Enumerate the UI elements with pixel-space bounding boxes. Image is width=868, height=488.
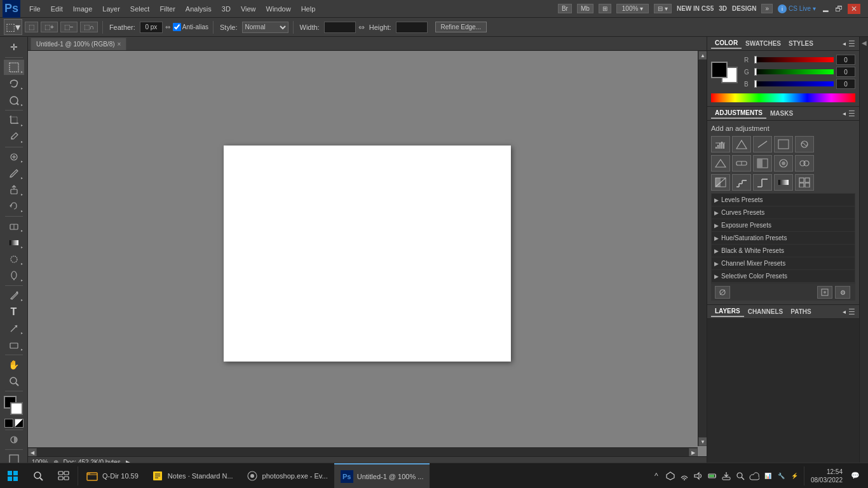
scroll-right-btn[interactable]: ▶ xyxy=(689,448,698,456)
adj-settings-btn[interactable]: ⚙ xyxy=(835,286,850,299)
swap-colors-btn[interactable] xyxy=(15,419,24,428)
dodge-tool-btn[interactable]: ▸ xyxy=(4,268,24,283)
bw-adj-btn[interactable] xyxy=(753,155,772,172)
r-value-input[interactable] xyxy=(836,55,855,65)
menu-window[interactable]: Window xyxy=(261,4,296,14)
zoom-display[interactable]: 100% ▾ xyxy=(616,4,649,13)
selective-color-adj-btn[interactable] xyxy=(795,174,814,191)
taskbar-search-btn[interactable] xyxy=(25,463,51,489)
anti-alias-check[interactable]: Anti-alias xyxy=(173,23,208,31)
tab-close-btn[interactable]: × xyxy=(118,41,121,48)
cs-live-btn[interactable]: i CS Live▾ xyxy=(778,4,816,13)
horizontal-scrollbar[interactable]: ◀ ▶ xyxy=(28,447,698,456)
color-balance-adj-btn[interactable] xyxy=(732,155,751,172)
menu-layer[interactable]: Layer xyxy=(97,4,125,14)
taskbar-start-btn[interactable] xyxy=(0,463,25,489)
default-colors-btn[interactable] xyxy=(4,419,13,428)
posterize-adj-btn[interactable] xyxy=(732,174,751,191)
menu-image[interactable]: Image xyxy=(68,4,98,14)
preset-levels[interactable]: ▶ Levels Presets xyxy=(712,194,855,207)
fg-color-swatch[interactable] xyxy=(711,62,728,78)
eraser-tool-btn[interactable]: ▸ xyxy=(4,219,24,234)
b-value-input[interactable] xyxy=(836,79,855,89)
preset-selective-color[interactable]: ▶ Selective Color Presets xyxy=(712,270,855,283)
r-slider[interactable] xyxy=(754,57,834,62)
arrange-icon[interactable]: ⊟ ▾ xyxy=(654,4,672,13)
lasso-tool-btn[interactable]: ▸ xyxy=(4,76,24,92)
threshold-adj-btn[interactable] xyxy=(753,174,772,191)
workspace-icon[interactable]: ⊞ xyxy=(599,4,611,13)
quick-mask-btn[interactable] xyxy=(4,431,24,447)
menu-filter[interactable]: Filter xyxy=(154,4,180,14)
brush-tool-btn[interactable]: ▸ xyxy=(4,165,24,181)
color-tab[interactable]: COLOR xyxy=(711,38,742,49)
crop-tool-btn[interactable]: ▸ xyxy=(4,112,24,128)
tray-network-icon[interactable] xyxy=(678,470,691,482)
taskbar-notes-btn[interactable]: Notes · Standard N... xyxy=(145,463,240,489)
tray-icon3[interactable]: ⚡ xyxy=(789,470,801,482)
clone-tool-btn[interactable]: ▸ xyxy=(4,182,24,198)
gradient-map-adj-btn[interactable] xyxy=(774,174,793,191)
swap-icon[interactable]: ⇔ xyxy=(358,23,365,32)
subtract-selection-btn[interactable]: ⬚− xyxy=(60,22,78,32)
tray-icon2[interactable]: 🔧 xyxy=(775,470,788,482)
g-thumb[interactable] xyxy=(754,68,757,76)
mini-bridge-icon[interactable]: Mb xyxy=(577,4,593,13)
vibrance-adj-btn[interactable] xyxy=(795,136,814,152)
feather-input[interactable] xyxy=(140,22,163,33)
text-tool-btn[interactable]: T xyxy=(4,304,24,320)
adj-view-prev-btn[interactable] xyxy=(817,286,832,299)
scroll-up-btn[interactable]: ▲ xyxy=(698,51,707,60)
eyedropper-tool-btn[interactable]: ▸ xyxy=(4,129,24,145)
heal-tool-btn[interactable]: ▸ xyxy=(4,149,24,165)
gradient-tool-btn[interactable]: ▸ xyxy=(4,234,24,250)
panel-expand-btn[interactable]: ◀ xyxy=(859,37,868,468)
menu-analysis[interactable]: Analysis xyxy=(180,4,217,14)
minimize-btn[interactable]: 🗕 xyxy=(821,4,830,14)
close-btn[interactable]: ✕ xyxy=(848,4,860,14)
styles-tab[interactable]: STYLES xyxy=(785,39,817,48)
photo-filter-adj-btn[interactable] xyxy=(774,155,793,172)
layers-panel-menu[interactable]: ☰ xyxy=(848,308,855,316)
width-input[interactable] xyxy=(324,22,356,33)
menu-3d[interactable]: 3D xyxy=(217,4,236,14)
zoom-tool-btn[interactable] xyxy=(4,373,24,389)
hand-tool-btn[interactable]: ✋ xyxy=(4,357,24,373)
bridge-icon[interactable]: Br xyxy=(558,4,572,13)
taskbar-ps-btn[interactable]: Ps Untitled-1 @ 100% ... xyxy=(334,463,430,489)
blur-tool-btn[interactable]: ▸ xyxy=(4,251,24,267)
pen-tool-btn[interactable]: ▸ xyxy=(4,288,24,304)
tray-volume-icon[interactable] xyxy=(692,470,705,482)
curves-adj-btn[interactable] xyxy=(753,136,772,152)
swatches-tab[interactable]: SWATCHES xyxy=(742,39,785,48)
preset-hue-sat[interactable]: ▶ Hue/Saturation Presets xyxy=(712,232,855,245)
refine-edge-btn[interactable]: Refine Edge... xyxy=(435,22,487,32)
layers-body[interactable] xyxy=(707,319,859,468)
taskbar-taskview-btn[interactable] xyxy=(51,463,76,489)
g-slider[interactable] xyxy=(754,69,834,74)
adj-clip-btn[interactable] xyxy=(715,286,730,299)
menu-view[interactable]: View xyxy=(236,4,261,14)
taskbar-qdir-btn[interactable]: Q-Dir 10.59 xyxy=(79,463,145,489)
tray-battery-icon[interactable] xyxy=(706,470,719,482)
height-input[interactable] xyxy=(396,22,428,33)
tray-install-icon[interactable] xyxy=(720,470,733,482)
menu-file[interactable]: File xyxy=(24,4,46,14)
scroll-down-btn[interactable]: ▼ xyxy=(698,437,707,446)
color-panel-collapse[interactable]: ◂ xyxy=(843,40,846,47)
b-thumb[interactable] xyxy=(754,80,757,88)
preset-curves[interactable]: ▶ Curves Presets xyxy=(712,207,855,219)
paths-tab[interactable]: PATHS xyxy=(787,307,815,316)
path-select-tool-btn[interactable]: ▸ xyxy=(4,320,24,336)
marquee-tool-btn[interactable]: ▸ xyxy=(4,60,24,76)
preset-exposure[interactable]: ▶ Exposure Presets xyxy=(712,219,855,232)
adjustments-tab[interactable]: ADJUSTMENTS xyxy=(711,108,766,119)
r-thumb[interactable] xyxy=(754,56,757,64)
masks-tab[interactable]: MASKS xyxy=(766,109,797,118)
color-panel-menu[interactable]: ☰ xyxy=(848,39,855,48)
menu-help[interactable]: Help xyxy=(296,4,321,14)
new-selection-btn[interactable]: ⬚ xyxy=(25,22,38,32)
tray-show-hidden-btn[interactable]: ^ xyxy=(650,470,663,482)
move-tool-btn[interactable]: ✛ xyxy=(4,39,24,55)
scroll-left-btn[interactable]: ◀ xyxy=(28,448,37,456)
